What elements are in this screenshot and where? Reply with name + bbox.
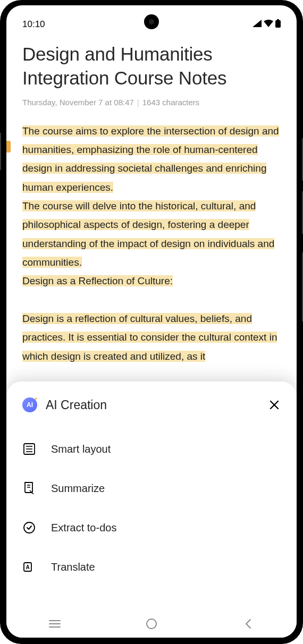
nav-home-button[interactable]: [144, 616, 159, 632]
ai-item-label: Translate: [51, 561, 95, 573]
battery-icon: [275, 19, 281, 30]
page-title[interactable]: Design and Humanities Integration Course…: [22, 43, 281, 90]
note-body[interactable]: The course aims to explore the intersect…: [22, 122, 281, 366]
svg-point-8: [24, 522, 35, 533]
svg-rect-0: [275, 20, 281, 28]
ai-item-extract-todos[interactable]: Extract to-dos: [22, 508, 281, 547]
system-nav-bar: [6, 610, 297, 638]
ai-item-summarize[interactable]: Summarize: [22, 469, 281, 508]
check-circle-icon: [22, 521, 36, 535]
ai-panel-title: AI Creation: [46, 398, 259, 412]
screen: 10:10 Design and Humanities Integration …: [6, 5, 297, 638]
nav-back-button[interactable]: [240, 616, 256, 632]
highlighted-text[interactable]: The course aims to explore the intersect…: [22, 125, 279, 362]
list-icon: [22, 442, 36, 456]
note-meta: Thursday, November 7 at 08:47|1643 chara…: [22, 98, 281, 107]
status-right-icons: [252, 19, 281, 30]
nav-recents-button[interactable]: [47, 616, 63, 632]
side-button-left: [0, 133, 1, 170]
svg-text:A: A: [26, 564, 29, 570]
wifi-icon: [264, 19, 273, 30]
cellular-icon: [252, 19, 262, 30]
phone-frame: 10:10 Design and Humanities Integration …: [0, 0, 303, 644]
ai-item-label: Summarize: [51, 482, 105, 495]
note-char-count: 1643 characters: [142, 98, 200, 107]
ai-item-label: Smart layout: [51, 443, 111, 455]
status-time: 10:10: [22, 19, 45, 30]
selection-handle-icon[interactable]: [6, 141, 11, 152]
note-date: Thursday, November 7 at 08:47: [22, 98, 134, 107]
ai-badge-icon: AI: [22, 397, 37, 412]
ai-item-translate[interactable]: A Translate: [22, 547, 281, 587]
ai-creation-panel: AI AI Creation Smart layout Summarize: [6, 382, 297, 610]
svg-point-14: [147, 619, 156, 629]
translate-icon: A: [22, 560, 36, 574]
ai-item-label: Extract to-dos: [51, 522, 116, 534]
front-camera: [144, 14, 159, 29]
svg-rect-1: [277, 19, 279, 21]
ai-item-smart-layout[interactable]: Smart layout: [22, 429, 281, 469]
ai-panel-header: AI AI Creation: [22, 397, 281, 412]
note-edit-icon: [22, 481, 36, 495]
close-button[interactable]: [268, 399, 281, 411]
